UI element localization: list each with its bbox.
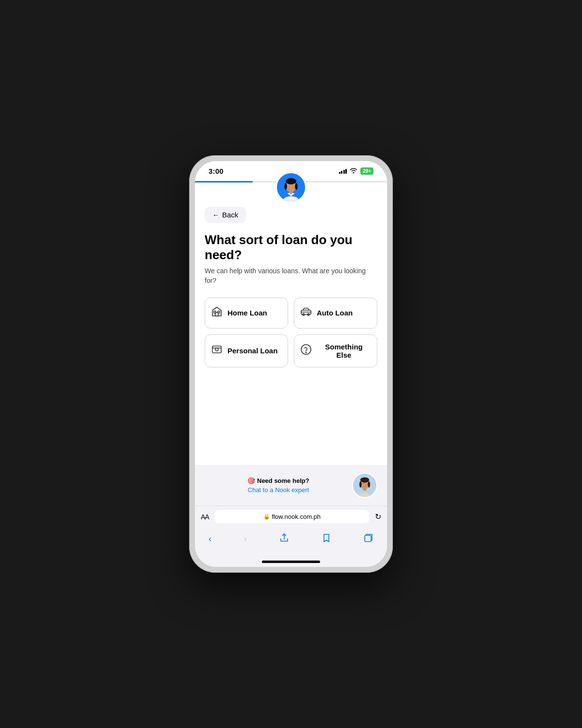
- nav-tabs-button[interactable]: [360, 531, 377, 547]
- svg-rect-10: [214, 311, 216, 313]
- help-section: 🎯 Need some help? Chat to a Nook expert: [195, 465, 387, 506]
- svg-point-23: [360, 477, 369, 482]
- home-loan-option[interactable]: Home Loan: [205, 298, 288, 329]
- browser-nav: ‹ ›: [195, 527, 387, 557]
- personal-loan-option[interactable]: Personal Loan: [205, 334, 288, 367]
- svg-rect-26: [365, 535, 371, 542]
- auto-loan-option[interactable]: Auto Loan: [294, 298, 377, 329]
- nav-back-button[interactable]: ‹: [205, 532, 215, 546]
- home-indicator: [262, 561, 320, 563]
- svg-point-7: [286, 180, 296, 184]
- home-loan-label: Home Loan: [227, 309, 267, 317]
- nav-bookmarks-button[interactable]: [318, 531, 335, 547]
- svg-point-18: [306, 352, 307, 353]
- something-else-option[interactable]: Something Else: [294, 334, 377, 367]
- svg-point-16: [215, 348, 218, 351]
- browser-aa-label[interactable]: AA: [201, 513, 209, 521]
- something-else-label: Something Else: [317, 343, 371, 359]
- svg-point-25: [368, 481, 370, 488]
- loan-options-grid: Home Loan Auto Loan: [205, 298, 377, 367]
- personal-loan-label: Personal Loan: [227, 347, 277, 355]
- url-text: flow.nook.com.ph: [272, 513, 321, 520]
- back-label: Back: [222, 211, 238, 219]
- help-link[interactable]: Chat to a Nook expert: [248, 486, 309, 494]
- nav-share-button[interactable]: [275, 531, 293, 547]
- nav-forward-button[interactable]: ›: [240, 532, 251, 546]
- question-subtext: We can help with various loans. What are…: [205, 266, 377, 285]
- back-arrow-icon: ←: [212, 211, 219, 219]
- svg-point-6: [295, 183, 297, 190]
- something-else-icon: [300, 344, 312, 358]
- help-title: 🎯 Need some help?: [247, 477, 309, 484]
- svg-point-24: [359, 481, 362, 488]
- main-content: ← Back What sort of loan do you need? We…: [195, 207, 387, 465]
- browser-url-bar[interactable]: 🔒 flow.nook.com.ph: [215, 510, 369, 523]
- lock-icon: 🔒: [263, 513, 270, 520]
- refresh-icon[interactable]: ↻: [375, 512, 381, 521]
- home-loan-icon: [211, 306, 223, 320]
- avatar: [275, 172, 307, 203]
- back-button[interactable]: ← Back: [205, 207, 246, 223]
- help-avatar: [352, 473, 377, 498]
- phone-frame: 3:00 29+: [189, 155, 393, 573]
- personal-loan-icon: [211, 344, 223, 358]
- auto-loan-icon: [300, 306, 312, 320]
- svg-rect-15: [212, 346, 221, 353]
- browser-bar: AA 🔒 flow.nook.com.ph ↻: [195, 506, 387, 527]
- avatar-section: [195, 172, 387, 203]
- svg-point-5: [284, 183, 287, 190]
- auto-loan-label: Auto Loan: [317, 309, 353, 317]
- phone-screen: 3:00 29+: [195, 161, 387, 567]
- svg-rect-11: [218, 311, 220, 313]
- help-text-group: 🎯 Need some help? Chat to a Nook expert: [205, 477, 352, 494]
- question-heading: What sort of loan do you need?: [205, 232, 377, 263]
